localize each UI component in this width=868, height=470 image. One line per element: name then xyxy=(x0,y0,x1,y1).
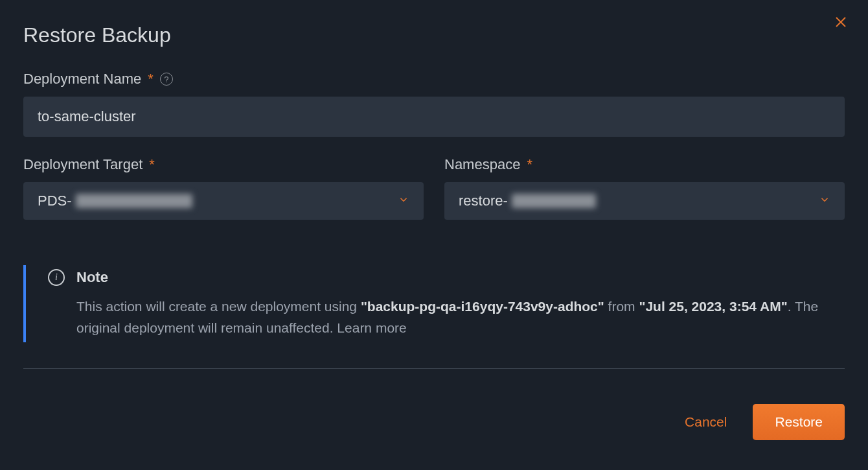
required-asterisk: * xyxy=(527,156,532,173)
deployment-target-value: PDS-xxxx xyxy=(38,193,192,209)
deployment-target-label: Deployment Target xyxy=(23,156,143,173)
restore-button[interactable]: Restore xyxy=(753,404,845,440)
deployment-target-prefix: PDS- xyxy=(38,193,72,209)
namespace-field: Namespace* restore-xxxx xyxy=(444,156,845,220)
modal-footer: Cancel Restore xyxy=(23,404,845,440)
help-icon[interactable]: ? xyxy=(160,73,173,86)
modal-title: Restore Backup xyxy=(23,23,845,47)
chevron-down-icon xyxy=(819,194,830,208)
namespace-value: restore-xxxx xyxy=(459,193,596,209)
deployment-name-field: Deployment Name* ? xyxy=(23,71,845,137)
note-backup-time: "Jul 25, 2023, 3:54 AM" xyxy=(639,299,787,314)
note-text-mid: from xyxy=(604,299,639,314)
required-asterisk: * xyxy=(148,71,154,88)
namespace-select[interactable]: restore-xxxx xyxy=(444,182,845,220)
close-icon xyxy=(833,14,849,30)
deployment-name-label: Deployment Name xyxy=(23,71,141,88)
required-asterisk: * xyxy=(149,156,155,173)
learn-more-link[interactable]: Learn more xyxy=(337,320,406,335)
namespace-prefix: restore- xyxy=(459,193,508,209)
info-icon: i xyxy=(48,269,65,286)
note-text-prefix: This action will create a new deployment… xyxy=(76,299,361,314)
divider xyxy=(23,368,845,369)
cancel-button[interactable]: Cancel xyxy=(678,406,733,438)
note-backup-name: "backup-pg-qa-i16yqy-743v9y-adhoc" xyxy=(361,299,604,314)
redacted-text: xxxx xyxy=(512,194,596,208)
namespace-label: Namespace xyxy=(444,156,520,173)
close-button[interactable] xyxy=(833,14,849,30)
note-text: This action will create a new deployment… xyxy=(76,296,845,338)
deployment-target-field: Deployment Target* PDS-xxxx xyxy=(23,156,424,220)
note-title: Note xyxy=(76,269,108,286)
deployment-name-input[interactable] xyxy=(23,97,845,137)
note-box: i Note This action will create a new dep… xyxy=(23,265,845,342)
deployment-target-select[interactable]: PDS-xxxx xyxy=(23,182,424,220)
redacted-text: xxxx xyxy=(76,194,192,208)
chevron-down-icon xyxy=(398,194,409,208)
